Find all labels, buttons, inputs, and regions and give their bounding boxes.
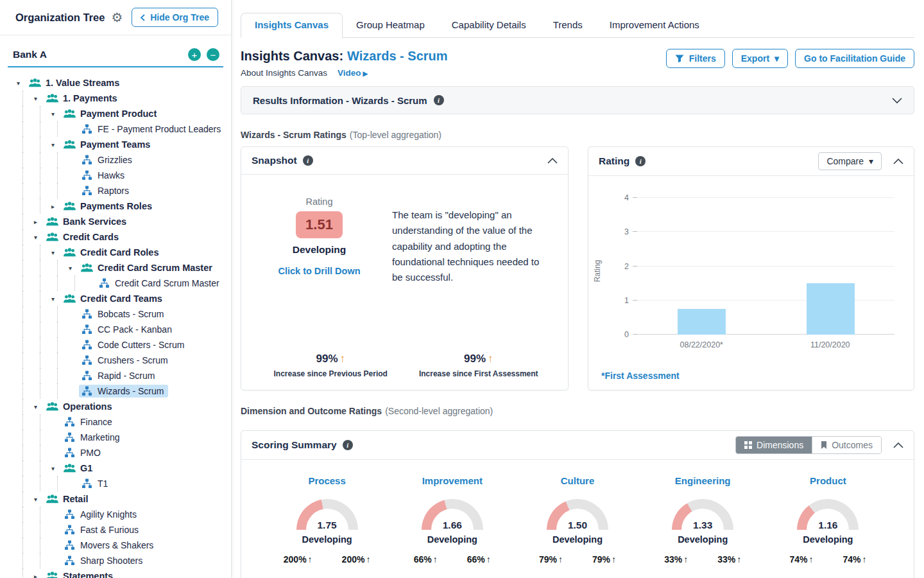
chevron-down-icon[interactable] xyxy=(892,98,902,103)
dimensions-toggle-button[interactable]: Dimensions xyxy=(736,437,812,453)
tab-trends[interactable]: Trends xyxy=(540,13,596,37)
tree-caret-icon[interactable]: ▾ xyxy=(51,295,62,302)
scoring-summary-title: Scoring Summary xyxy=(252,439,337,451)
gauge-stat-left: 74% xyxy=(789,554,807,565)
collapse-all-button[interactable]: − xyxy=(207,48,219,61)
tree-caret-icon[interactable]: ▸ xyxy=(34,218,44,225)
tree-item[interactable]: PMO xyxy=(17,445,231,460)
filters-button[interactable]: Filters xyxy=(666,49,725,68)
tree-caret-icon[interactable]: ▾ xyxy=(34,95,44,102)
tree-item[interactable]: ▾Payment Teams xyxy=(17,137,231,152)
tree-caret-icon[interactable]: ▾ xyxy=(51,110,62,118)
tree-caret-icon[interactable]: ▾ xyxy=(51,141,62,148)
tree-item-label: Marketing xyxy=(80,432,119,442)
tab-group-heatmap[interactable]: Group Heatmap xyxy=(343,13,438,37)
compare-button[interactable]: Compare▾ xyxy=(818,152,882,170)
hide-org-tree-button[interactable]: Hide Org Tree xyxy=(132,8,218,27)
team-icon xyxy=(81,324,93,335)
facilitation-guide-button[interactable]: Go to Facilitation Guide xyxy=(795,49,914,68)
tree-caret-icon[interactable]: ▾ xyxy=(51,465,62,472)
tree-item[interactable]: Credit Card Scrum Master xyxy=(17,276,231,291)
tree-caret-icon[interactable]: ▾ xyxy=(51,249,62,256)
tree-item[interactable]: ▾Credit Card Teams xyxy=(17,291,231,306)
tree-item[interactable]: ▾1. Payments xyxy=(17,91,231,106)
tree-item[interactable]: ▾Credit Cards xyxy=(17,229,231,245)
tree-item-label: FE - Payment Product Leaders xyxy=(98,124,221,134)
tree-caret-icon[interactable]: ▾ xyxy=(34,496,44,503)
tree-item[interactable]: Wizards - Scrum xyxy=(17,383,231,399)
group-icon xyxy=(64,139,76,150)
about-link[interactable]: About Insights Canvas xyxy=(241,68,327,78)
results-information-bar[interactable]: Results Information - Wizards - Scrum i xyxy=(241,86,914,114)
tree-item[interactable]: Raptors xyxy=(17,183,231,198)
sidebar-title: Organization Tree xyxy=(15,12,105,24)
tab-improvement-actions[interactable]: Improvement Actions xyxy=(596,13,713,37)
tree-caret-icon[interactable]: ▾ xyxy=(34,403,44,410)
tree-item[interactable]: Fast & Furious xyxy=(17,522,231,538)
dropdown-caret-icon: ▾ xyxy=(869,156,873,166)
gauge-title[interactable]: Process xyxy=(264,475,389,486)
tree-item[interactable]: ▾Operations xyxy=(17,399,231,414)
tree-item[interactable]: CC Pack - Kanban xyxy=(17,322,231,337)
gear-icon[interactable]: ⚙ xyxy=(111,11,123,24)
tree-item[interactable]: Finance xyxy=(17,414,231,430)
tree-item[interactable]: FE - Payment Product Leaders xyxy=(17,121,231,137)
tree-item[interactable]: ▸Statements xyxy=(17,568,231,578)
tree-caret-icon[interactable]: ▾ xyxy=(69,265,79,272)
tree-item[interactable]: Code Cutters - Scrum xyxy=(17,337,231,353)
dimension-gauge: Product 1.16 Developing 74%↑ 74%↑ xyxy=(766,475,891,565)
play-icon: ▶ xyxy=(363,70,368,77)
tree-item[interactable]: T1 xyxy=(17,476,231,491)
video-link[interactable]: Video▶ xyxy=(338,68,368,78)
tree-item[interactable]: Marketing xyxy=(17,430,231,445)
tree-caret-icon[interactable]: ▸ xyxy=(34,573,44,578)
gauge-title[interactable]: Engineering xyxy=(640,475,766,486)
tab-capability-details[interactable]: Capability Details xyxy=(438,13,540,37)
team-icon xyxy=(81,478,93,489)
tree-item[interactable]: ▾Retail xyxy=(17,491,231,507)
org-root-label: Bank A xyxy=(13,49,182,60)
team-icon xyxy=(81,170,93,180)
gauge-title[interactable]: Product xyxy=(766,475,891,486)
tree-caret-icon[interactable]: ▾ xyxy=(17,80,27,87)
up-arrow-icon: ↑ xyxy=(558,554,563,565)
group-icon xyxy=(46,494,58,504)
team-icon xyxy=(81,386,93,396)
tree-item[interactable]: ▸Bank Services xyxy=(17,214,231,229)
tree-item[interactable]: Rapid - Scrum xyxy=(17,368,231,383)
drill-down-link[interactable]: Click to Drill Down xyxy=(278,266,360,276)
tree-item-label: G1 xyxy=(80,463,92,473)
gauge-value: 1.16 xyxy=(797,520,859,530)
gauge-title[interactable]: Culture xyxy=(515,475,640,486)
team-icon xyxy=(81,340,93,350)
tree-item[interactable]: Hawks xyxy=(17,168,231,183)
expand-all-button[interactable]: + xyxy=(188,48,201,61)
outcomes-toggle-button[interactable]: Outcomes xyxy=(812,437,881,453)
gauge-stat-left: 33% xyxy=(664,554,682,565)
info-icon[interactable]: i xyxy=(434,95,444,105)
info-icon[interactable]: i xyxy=(303,155,313,166)
tree-item[interactable]: Grizzlies xyxy=(17,152,231,168)
tree-item[interactable]: Agility Knights xyxy=(17,507,231,522)
tree-item[interactable]: ▾Payment Product xyxy=(17,106,231,121)
info-icon[interactable]: i xyxy=(343,440,353,450)
tree-item[interactable]: ▾1. Value Streams xyxy=(17,75,231,91)
export-button[interactable]: Export▾ xyxy=(732,49,788,68)
gauge-title[interactable]: Improvement xyxy=(389,475,515,486)
tree-caret-icon[interactable]: ▾ xyxy=(34,234,44,241)
tab-insights-canvas[interactable]: Insights Canvas xyxy=(241,13,343,38)
tree-item[interactable]: ▾Credit Card Roles xyxy=(17,245,231,260)
tree-item[interactable]: ▾Credit Card Scrum Master xyxy=(17,260,231,276)
info-icon[interactable]: i xyxy=(635,156,646,166)
tree-item[interactable]: Sharp Shooters xyxy=(17,553,231,568)
tree-item[interactable]: Bobcats - Scrum xyxy=(17,306,231,322)
chevron-up-icon[interactable] xyxy=(547,158,558,164)
tree-item[interactable]: Movers & Shakers xyxy=(17,538,231,553)
chevron-up-icon[interactable] xyxy=(893,442,903,448)
chevron-up-icon[interactable] xyxy=(893,159,903,164)
tree-caret-icon[interactable]: ▸ xyxy=(51,203,62,210)
gauge-level: Developing xyxy=(264,534,389,545)
tree-item[interactable]: ▸Payments Roles xyxy=(17,198,231,214)
tree-item[interactable]: ▾G1 xyxy=(17,460,231,476)
tree-item[interactable]: Crushers - Scrum xyxy=(17,353,231,368)
